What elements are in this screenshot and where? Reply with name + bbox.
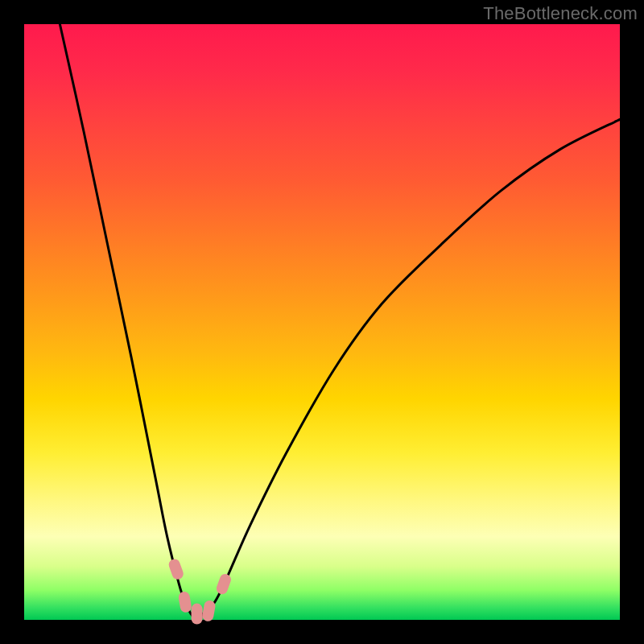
curve-marker: [167, 557, 185, 580]
marker-group: [167, 557, 233, 624]
bottleneck-curve: [60, 24, 620, 620]
curve-marker: [192, 604, 203, 625]
curve-marker: [201, 600, 216, 622]
curve-layer: [24, 24, 620, 620]
plot-area: [24, 24, 620, 620]
chart-frame: TheBottleneck.com: [0, 0, 644, 644]
watermark-text: TheBottleneck.com: [483, 3, 638, 24]
curve-marker: [215, 572, 233, 596]
curve-marker: [178, 591, 192, 613]
